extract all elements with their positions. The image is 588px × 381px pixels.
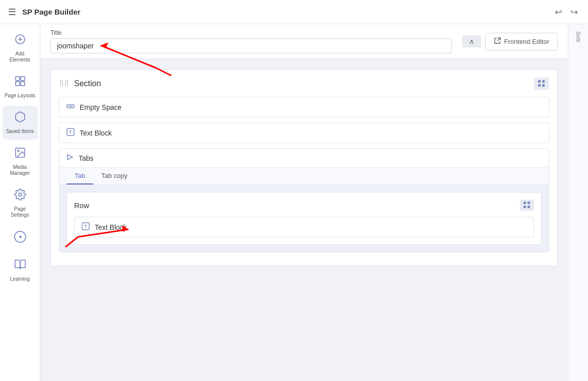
sidebar-item-extra[interactable]: ✦ [3, 225, 38, 251]
tabs-icon [67, 154, 74, 162]
row-text-block-element[interactable]: T Text Block [74, 217, 534, 237]
svg-rect-4 [21, 77, 25, 81]
row-settings-icon [524, 202, 531, 209]
svg-point-8 [18, 150, 19, 152]
row-settings-button[interactable] [520, 200, 534, 211]
text-block-name: Text Block [80, 129, 112, 137]
title-bar: Title ∧ Frontend Editor [40, 24, 568, 59]
external-link-icon [494, 37, 501, 46]
svg-rect-6 [21, 82, 25, 86]
content-area: Title ∧ Frontend Editor [40, 24, 568, 381]
sidebar-item-saved-items[interactable]: Saved Items [3, 106, 38, 140]
sidebar: Add Elements Page Layouts Saved Items [0, 24, 40, 381]
sidebar-label-add-elements: Add Elements [5, 51, 36, 63]
saved-items-icon [14, 111, 26, 126]
row-text-block-name: Text Block [95, 223, 127, 231]
menu-icon[interactable]: ☰ [8, 7, 16, 18]
section-drag-handle[interactable]: ⠿⠿ [59, 80, 69, 88]
svg-rect-5 [16, 82, 20, 86]
topbar: ☰ SP Page Builder ↩ ↪ [0, 0, 588, 24]
title-input-wrap [50, 38, 452, 53]
tab-nav-tab[interactable]: Tab [67, 168, 93, 184]
frontend-editor-button[interactable]: Frontend Editor [485, 33, 558, 50]
sidebar-label-page-layouts: Page Layouts [5, 93, 35, 99]
svg-text:T: T [69, 130, 72, 135]
media-manager-icon [14, 147, 26, 162]
page-settings-icon [14, 188, 26, 204]
text-block-icon: T [67, 128, 75, 138]
sidebar-item-page-settings[interactable]: Page Settings [3, 183, 38, 223]
undo-button[interactable]: ↩ [553, 5, 564, 20]
sidebar-item-add-elements[interactable]: Add Elements [3, 28, 38, 68]
right-panel: Setti [568, 24, 588, 381]
right-panel-label: Setti [575, 31, 581, 42]
sidebar-label-saved-items: Saved Items [6, 129, 34, 135]
row-card: Row [67, 192, 542, 245]
tabs-element: Tabs Tab Tab copy Row [59, 148, 549, 252]
add-elements-icon [14, 33, 26, 48]
title-input[interactable] [50, 38, 452, 53]
page-canvas: ⠿⠿ Section [40, 59, 568, 381]
page-layouts-icon [14, 75, 26, 90]
section-card: ⠿⠿ Section [50, 69, 558, 266]
row-header: Row [74, 200, 534, 211]
sidebar-item-page-layouts[interactable]: Page Layouts [3, 70, 38, 104]
sidebar-label-media-manager: Media Manager [5, 164, 36, 176]
frontend-editor-label: Frontend Editor [504, 38, 549, 45]
collapse-button[interactable]: ∧ [462, 35, 481, 47]
tabs-navigation: Tab Tab copy [59, 168, 549, 185]
sidebar-label-learning: Learning [10, 276, 30, 282]
svg-marker-16 [68, 155, 73, 160]
tabs-element-header[interactable]: Tabs [59, 149, 549, 168]
tab-nav-tab-copy[interactable]: Tab copy [93, 168, 136, 184]
empty-space-element[interactable]: Empty Space [59, 97, 549, 117]
text-block-element[interactable]: T Text Block [59, 122, 549, 143]
empty-space-icon [67, 102, 75, 112]
svg-text:✦: ✦ [18, 234, 22, 240]
sidebar-item-media-manager[interactable]: Media Manager [3, 142, 38, 181]
title-label: Title [50, 29, 452, 36]
sidebar-label-page-settings: Page Settings [5, 206, 36, 218]
section-settings-button[interactable] [534, 78, 549, 90]
section-settings-icon [538, 80, 545, 87]
sidebar-item-learning[interactable]: Learning [3, 253, 38, 287]
row-text-block-icon: T [82, 222, 90, 232]
svg-text:T: T [84, 224, 87, 229]
learning-icon [14, 259, 26, 274]
empty-space-name: Empty Space [80, 103, 121, 111]
tabs-name: Tabs [79, 154, 94, 162]
redo-button[interactable]: ↪ [568, 5, 580, 20]
svg-rect-3 [16, 77, 20, 81]
section-title: Section [74, 79, 101, 88]
section-header: ⠿⠿ Section [59, 78, 549, 90]
section-header-left: ⠿⠿ Section [59, 79, 101, 88]
row-title: Row [74, 201, 89, 210]
extra-icon: ✦ [14, 230, 27, 246]
main-layout: Add Elements Page Layouts Saved Items [0, 24, 588, 381]
tabs-content: Row [59, 185, 549, 252]
app-title: SP Page Builder [22, 8, 547, 16]
svg-point-9 [19, 193, 22, 196]
topbar-actions: ↩ ↪ [553, 5, 580, 20]
